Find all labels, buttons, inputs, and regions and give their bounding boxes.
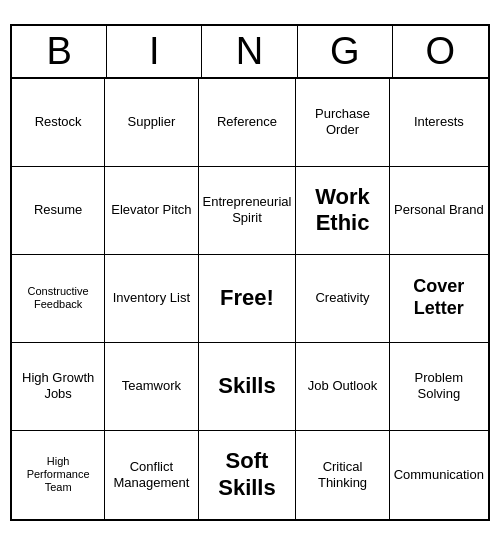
- bingo-cell-7: Entrepreneurial Spirit: [199, 167, 297, 255]
- bingo-cell-13: Creativity: [296, 255, 389, 343]
- bingo-letter-i: I: [107, 26, 202, 77]
- bingo-card: BINGO RestockSupplierReferencePurchase O…: [10, 24, 490, 521]
- bingo-cell-20: High Performance Team: [12, 431, 105, 519]
- bingo-letter-g: G: [298, 26, 393, 77]
- bingo-cell-8: Work Ethic: [296, 167, 389, 255]
- bingo-cell-22: Soft Skills: [199, 431, 297, 519]
- bingo-cell-4: Interests: [390, 79, 488, 167]
- bingo-cell-3: Purchase Order: [296, 79, 389, 167]
- bingo-cell-23: Critical Thinking: [296, 431, 389, 519]
- bingo-cell-17: Skills: [199, 343, 297, 431]
- bingo-cell-14: Cover Letter: [390, 255, 488, 343]
- bingo-cell-5: Resume: [12, 167, 105, 255]
- bingo-cell-16: Teamwork: [105, 343, 198, 431]
- bingo-cell-24: Communication: [390, 431, 488, 519]
- bingo-cell-1: Supplier: [105, 79, 198, 167]
- bingo-cell-18: Job Outlook: [296, 343, 389, 431]
- bingo-cell-0: Restock: [12, 79, 105, 167]
- bingo-cell-10: Constructive Feedback: [12, 255, 105, 343]
- bingo-cell-12: Free!: [199, 255, 297, 343]
- bingo-cell-6: Elevator Pitch: [105, 167, 198, 255]
- bingo-cell-11: Inventory List: [105, 255, 198, 343]
- bingo-grid: RestockSupplierReferencePurchase OrderIn…: [12, 79, 488, 519]
- bingo-cell-9: Personal Brand: [390, 167, 488, 255]
- bingo-header: BINGO: [12, 26, 488, 79]
- bingo-letter-o: O: [393, 26, 488, 77]
- bingo-cell-15: High Growth Jobs: [12, 343, 105, 431]
- bingo-letter-b: B: [12, 26, 107, 77]
- bingo-cell-19: Problem Solving: [390, 343, 488, 431]
- bingo-cell-2: Reference: [199, 79, 297, 167]
- bingo-letter-n: N: [202, 26, 297, 77]
- bingo-cell-21: Conflict Management: [105, 431, 198, 519]
